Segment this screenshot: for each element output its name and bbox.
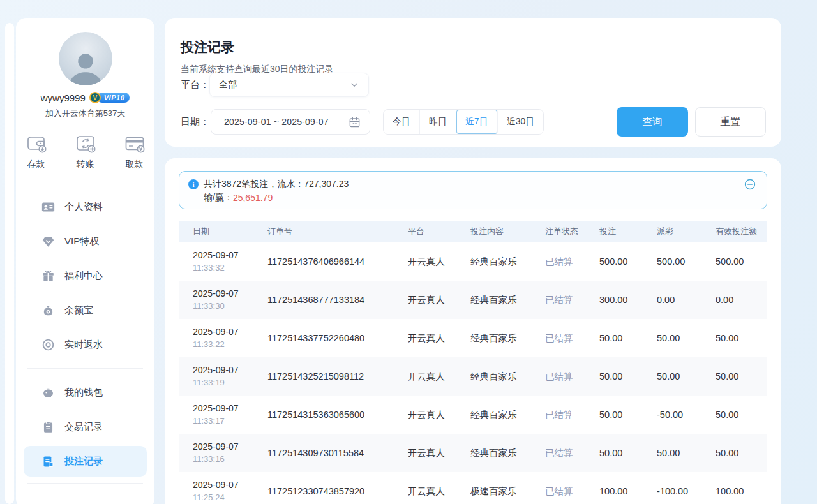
- bet-content: 经典百家乐: [456, 447, 531, 459]
- bet-content: 经典百家乐: [456, 256, 531, 268]
- gift-icon: [41, 269, 55, 283]
- valid-bet-amount: 50.00: [701, 371, 767, 383]
- withdraw-card-icon: [123, 132, 146, 155]
- bet-date: 2025-09-07: [193, 288, 253, 299]
- order-number: 1172514368777133184: [253, 294, 394, 306]
- minus-circle-icon: [744, 178, 756, 191]
- range-30days-button[interactable]: 近30日: [498, 110, 544, 134]
- transfer-button[interactable]: 转账: [74, 132, 97, 170]
- username: wywy9999: [41, 93, 86, 103]
- platform-name: 开云真人: [394, 256, 456, 268]
- platform-name: 开云真人: [394, 332, 456, 345]
- valid-bet-amount: 50.00: [701, 447, 767, 459]
- payout-amount: 500.00: [643, 256, 701, 268]
- bet-status: 已结算: [531, 371, 585, 383]
- deposit-wallet-icon: [25, 132, 48, 155]
- platform-select[interactable]: 全部: [209, 73, 369, 97]
- quick-actions: 存款 转账 取款: [25, 132, 146, 170]
- bet-amount: 50.00: [585, 332, 643, 345]
- platform-name: 开云真人: [394, 371, 456, 383]
- table-row[interactable]: 2025-09-07 11:33:19 1172514325215098112 …: [179, 357, 767, 396]
- date-range-value: 2025-09-01 ~ 2025-09-07: [224, 117, 349, 127]
- bet-amount: 50.00: [585, 371, 643, 383]
- sidebar-item-label: 投注记录: [64, 456, 103, 468]
- id-card-icon: [41, 200, 55, 214]
- sidebar: wywy9999 V VIP10 加入开云体育第537天 存款: [16, 18, 154, 504]
- sidebar-item-label: VIP特权: [64, 235, 99, 248]
- records-card: i 共计3872笔投注，流水：727,307.23 输/赢： 25,651.79…: [165, 158, 781, 504]
- transfer-icon: [74, 132, 97, 155]
- bet-date: 2025-09-07: [193, 479, 253, 491]
- date-quick-ranges: 今日 昨日 近7日 近30日: [383, 109, 544, 135]
- collapse-button[interactable]: [744, 178, 756, 191]
- joined-days-text: 加入开云体育第537天: [45, 108, 126, 119]
- clipboard-icon: [41, 420, 55, 434]
- platform-name: 开云真人: [394, 447, 456, 459]
- payout-amount: 0.00: [643, 294, 701, 306]
- vip-emblem-icon: V: [89, 92, 101, 103]
- range-today-button[interactable]: 今日: [384, 110, 420, 134]
- sidebar-item-profile[interactable]: 个人资料: [16, 189, 154, 224]
- order-number: 1172514315363065600: [253, 409, 394, 421]
- deposit-button[interactable]: 存款: [25, 132, 48, 170]
- sidebar-item-label: 个人资料: [64, 201, 103, 213]
- table-row[interactable]: 2025-09-07 11:33:32 1172514376406966144 …: [179, 242, 767, 281]
- sidebar-item-label: 交易记录: [64, 421, 103, 433]
- table-row[interactable]: 2025-09-07 11:33:16 1172514309730115584 …: [179, 434, 767, 472]
- payout-amount: 50.00: [643, 332, 701, 345]
- column-header: 派彩: [643, 226, 701, 237]
- table-row[interactable]: 2025-09-07 11:33:17 1172514315363065600 …: [179, 396, 767, 434]
- vip-badge[interactable]: V VIP10: [89, 92, 130, 103]
- bet-status: 已结算: [531, 409, 585, 421]
- platform-name: 开云真人: [394, 485, 456, 498]
- column-header: 订单号: [253, 226, 394, 237]
- payout-amount: -50.00: [643, 409, 701, 421]
- quick-action-label: 转账: [77, 159, 94, 170]
- bet-status: 已结算: [531, 485, 585, 498]
- sidebar-item-label: 实时返水: [64, 339, 103, 351]
- column-header: 投注: [585, 226, 643, 237]
- table-row[interactable]: 2025-09-07 11:25:24 1172512330743857920 …: [179, 472, 767, 504]
- range-yesterday-button[interactable]: 昨日: [420, 110, 456, 134]
- bet-date: 2025-09-07: [193, 441, 253, 452]
- table-row[interactable]: 2025-09-07 11:33:30 1172514368777133184 …: [179, 281, 767, 319]
- valid-bet-amount: 50.00: [701, 409, 767, 421]
- sidebar-item-vip[interactable]: VIP特权: [16, 224, 154, 258]
- sidebar-item-transactions[interactable]: 交易记录: [16, 410, 154, 444]
- bet-content: 极速百家乐: [456, 485, 531, 498]
- search-button[interactable]: 查询: [617, 107, 688, 137]
- summary-winloss-label: 输/赢：: [204, 192, 233, 204]
- sidebar-item-wallet[interactable]: 我的钱包: [16, 375, 154, 410]
- sidebar-item-rebate[interactable]: 实时返水: [16, 327, 154, 362]
- date-range-input[interactable]: 2025-09-01 ~ 2025-09-07: [211, 109, 370, 135]
- order-number: 1172514309730115584: [253, 447, 394, 459]
- calendar-icon: [349, 116, 361, 128]
- vip-level-label: VIP10: [97, 93, 130, 103]
- reset-button[interactable]: 重置: [695, 107, 766, 137]
- order-number: 1172514325215098112: [253, 371, 394, 383]
- column-header: 日期: [179, 226, 253, 237]
- platform-label: 平台：: [181, 73, 209, 97]
- summary-winloss-value: 25,651.79: [233, 193, 273, 203]
- bet-amount: 500.00: [585, 256, 643, 268]
- avatar: [59, 32, 112, 85]
- bet-content: 经典百家乐: [456, 332, 531, 345]
- withdraw-button[interactable]: 取款: [123, 132, 146, 170]
- table-header-row: 日期订单号平台投注内容注单状态投注派彩有效投注额: [179, 221, 767, 242]
- payout-amount: 50.00: [643, 371, 701, 383]
- column-header: 投注内容: [456, 226, 531, 237]
- payout-amount: 50.00: [643, 447, 701, 459]
- sidebar-item-welfare[interactable]: 福利中心: [16, 258, 154, 293]
- order-number: 1172514376406966144: [253, 256, 394, 268]
- bet-amount: 50.00: [585, 409, 643, 421]
- summary-banner: i 共计3872笔投注，流水：727,307.23 输/赢： 25,651.79: [179, 171, 767, 209]
- filter-card: 投注记录 当前系统支持查询最近30日的投注记录 平台： 全部 日期： 2025-…: [165, 18, 781, 147]
- range-7days-button[interactable]: 近7日: [456, 110, 498, 134]
- table-row[interactable]: 2025-09-07 11:33:22 1172514337752260480 …: [179, 319, 767, 357]
- bet-time: 11:33:30: [193, 301, 253, 312]
- sidebar-item-yuebao[interactable]: 余额宝: [16, 293, 154, 327]
- sidebar-nav: 个人资料 VIP特权 福利中心 余额宝: [16, 189, 154, 490]
- valid-bet-amount: 50.00: [701, 332, 767, 345]
- column-header: 有效投注额: [701, 226, 767, 237]
- sidebar-item-bet-records[interactable]: 投注记录: [24, 446, 147, 477]
